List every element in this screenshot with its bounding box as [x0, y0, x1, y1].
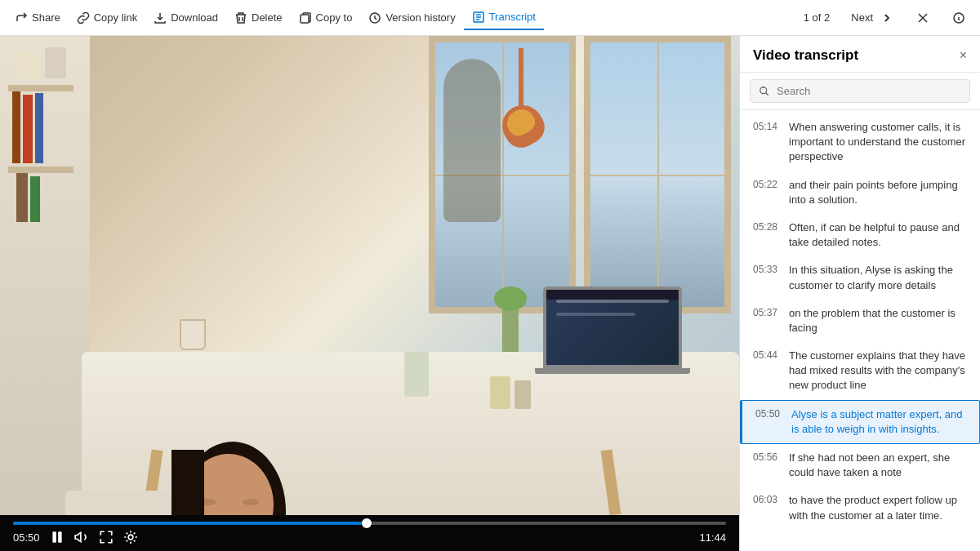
entry-time: 05:28 [753, 220, 781, 250]
share-button[interactable]: Share [7, 7, 69, 29]
next-label: Next [848, 11, 876, 24]
plant-top [494, 287, 527, 311]
book-3 [35, 93, 43, 163]
fullscreen-icon [99, 530, 114, 544]
video-controls: 05:50 [0, 515, 739, 551]
settings-icon [123, 530, 138, 544]
pause-button[interactable] [50, 530, 65, 544]
svg-rect-5 [58, 531, 62, 543]
transcript-title: Video transcript [753, 47, 858, 64]
book-1 [12, 91, 20, 163]
entry-time: 05:37 [753, 306, 781, 335]
entry-text: If she had not been an expert, she could… [789, 451, 967, 480]
entry-time: 06:03 [753, 493, 781, 522]
download-button[interactable]: Download [145, 7, 226, 29]
transcript-entry[interactable]: 05:44The customer explains that they hav… [740, 342, 980, 400]
tree-silhouette [443, 59, 501, 222]
entry-text: Often, if can be helpful to pause and ta… [789, 220, 967, 250]
transcript-entry[interactable]: 06:03to have the product expert follow u… [740, 487, 980, 529]
mug [180, 319, 206, 350]
desk-item-jar [404, 352, 429, 397]
history-icon [368, 11, 381, 24]
transcript-search-area [740, 73, 980, 110]
svg-rect-0 [301, 15, 309, 23]
transcript-entry[interactable]: 05:37on the problem that the customer is… [740, 300, 980, 342]
entry-time: 05:44 [753, 349, 781, 393]
laptop-base [535, 368, 690, 374]
info-icon [952, 11, 965, 24]
shelf-2 [8, 167, 74, 173]
copy-to-label: Copy to [316, 11, 353, 24]
transcript-entry[interactable]: 05:33In this situation, Alyse is asking … [740, 256, 980, 299]
transcript-entry[interactable]: 05:14When answering customer calls, it i… [740, 113, 980, 171]
entry-time: 05:50 [755, 407, 783, 437]
progress-thumb [362, 518, 372, 528]
copy-to-button[interactable]: Copy to [291, 7, 361, 29]
search-input[interactable] [777, 85, 961, 97]
volume-icon [74, 530, 89, 544]
transcript-entry[interactable]: 05:56If she had not been an expert, she … [740, 444, 980, 487]
box-1 [16, 52, 41, 78]
laptop-area [543, 287, 690, 374]
screen-line1 [556, 300, 669, 303]
book-5 [30, 176, 40, 222]
entry-text: When answering customer calls, it is imp… [789, 120, 967, 165]
pause-icon [50, 530, 65, 544]
window-right [584, 36, 731, 313]
window-divider-rh [590, 175, 724, 176]
transcript-entry[interactable]: 05:28Often, if can be helpful to pause a… [740, 214, 980, 256]
next-button[interactable]: Next [840, 7, 902, 29]
link-icon [77, 11, 90, 24]
entry-text: Alyse is a subject matter expert, and is… [791, 407, 966, 437]
video-frame [0, 36, 739, 515]
transcript-button[interactable]: Transcript [464, 6, 544, 30]
toolbar-right: 1 of 2 Next [800, 7, 973, 29]
svg-point-6 [128, 535, 133, 540]
video-background [0, 36, 739, 515]
plant-stem [502, 303, 519, 352]
entry-time: 05:14 [753, 120, 781, 165]
delete-button[interactable]: Delete [226, 7, 291, 29]
pagination-text: 1 of 2 [800, 11, 834, 24]
close-toolbar-button[interactable] [908, 7, 938, 29]
entry-text: to have the product expert follow up wit… [789, 493, 967, 522]
version-history-button[interactable]: Version history [360, 7, 463, 29]
book-4 [16, 173, 28, 222]
lamp-head [495, 98, 550, 153]
toolbar: Share Copy link Download Delete Copy to [0, 0, 980, 36]
transcript-entry[interactable]: 05:22and their pain points before jumpin… [740, 171, 980, 214]
version-history-label: Version history [385, 11, 455, 24]
shelf-area [0, 36, 90, 515]
delete-label: Delete [252, 11, 283, 24]
lamp-glow [502, 104, 538, 140]
progress-bar[interactable] [13, 522, 726, 525]
chevron-right-icon [880, 11, 893, 24]
laptop-screen-bg [546, 300, 679, 368]
transcript-entry[interactable]: 05:50Alyse is a subject matter expert, a… [740, 400, 980, 444]
entry-text: on the problem that the customer is faci… [789, 306, 967, 335]
download-icon [154, 11, 167, 24]
laptop-screen [543, 287, 682, 368]
transcript-panel: Video transcript × 05:14When answering c… [739, 36, 980, 551]
time-total: 11:44 [699, 531, 726, 544]
video-section: 05:50 [0, 36, 739, 551]
info-button[interactable] [944, 7, 973, 29]
share-label: Share [32, 11, 60, 24]
svg-point-7 [760, 87, 767, 93]
entry-time: 05:22 [753, 178, 781, 207]
transcript-icon [472, 11, 485, 24]
trash-icon [234, 11, 247, 24]
lamp [502, 48, 543, 146]
box-2 [45, 47, 66, 78]
entry-text: In this situation, Alyse is asking the c… [789, 263, 967, 292]
transcript-close-button[interactable]: × [960, 48, 967, 63]
fullscreen-button[interactable] [99, 530, 114, 544]
svg-rect-4 [52, 531, 56, 543]
entry-text: and their pain points before jumping int… [789, 178, 967, 207]
person-eye-right [243, 499, 259, 505]
entry-text: The customer explains that they have had… [789, 349, 967, 393]
search-box[interactable] [750, 79, 970, 103]
mute-button[interactable] [74, 530, 89, 544]
copy-link-button[interactable]: Copy link [69, 7, 145, 29]
settings-button[interactable] [123, 530, 138, 544]
